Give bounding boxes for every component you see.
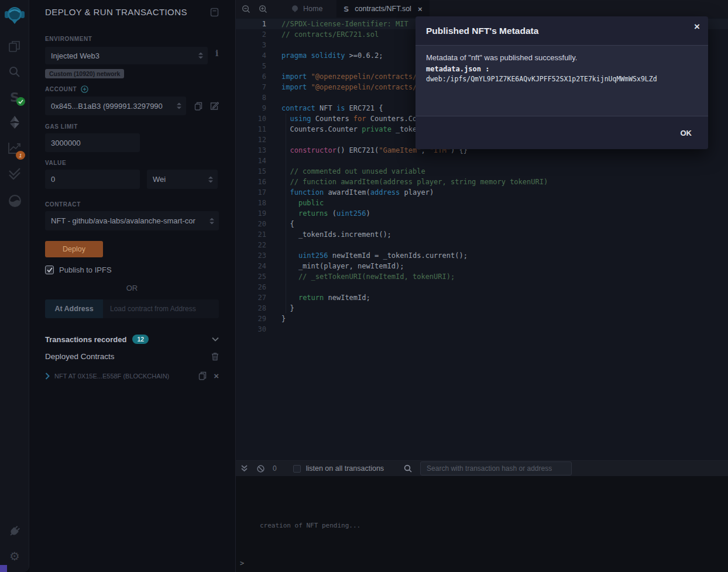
gas-limit-input[interactable] — [45, 133, 140, 152]
listen-transactions-checkbox[interactable] — [293, 465, 301, 473]
caret-updown-icon — [177, 103, 181, 109]
sign-message-icon[interactable] — [210, 102, 219, 111]
remix-ide-window: S 1 — [0, 0, 728, 572]
transactions-count-badge: 12 — [132, 335, 149, 344]
remix-logo-icon[interactable] — [0, 4, 29, 26]
close-tab-icon[interactable]: × — [418, 5, 423, 13]
settings-icon[interactable]: ⚙ — [0, 550, 29, 563]
gas-limit-label: GAS LIMIT — [45, 123, 219, 130]
tab-home[interactable]: Home — [284, 0, 329, 18]
ok-button[interactable]: OK — [681, 129, 692, 137]
code-line: 17 function awardItem(address player) — [236, 187, 728, 198]
environment-select[interactable]: Injected Web3 — [45, 47, 208, 64]
code-line: 19 returns (uint256) — [236, 208, 728, 219]
search-icon[interactable] — [0, 66, 29, 78]
chevron-down-icon[interactable] — [212, 337, 219, 342]
code-line: 30 — [236, 324, 728, 335]
chevron-right-icon[interactable] — [45, 373, 50, 380]
add-account-icon[interactable] — [81, 85, 88, 93]
plugin-manager-icon[interactable] — [0, 524, 29, 537]
or-label: OR — [45, 284, 219, 292]
listen-transactions-label: listen on all transactions — [306, 464, 384, 473]
environment-info-icon[interactable]: i — [215, 49, 218, 58]
contract-select[interactable]: NFT - github/ava-labs/avalanche-smart-co… — [45, 211, 219, 230]
caret-updown-icon — [208, 176, 213, 182]
deploy-button[interactable]: Deploy — [45, 241, 103, 257]
environment-label: ENVIRONMENT — [45, 36, 219, 42]
modal-footer: OK — [415, 116, 708, 149]
modal-title: Published NFT's Metadata — [426, 26, 538, 36]
deploy-run-panel: DEPLOY & RUN TRANSACTIONS ENVIRONMENT In… — [29, 0, 236, 572]
value-unit-select[interactable]: Wei — [147, 170, 218, 189]
compiler-success-badge — [16, 97, 25, 106]
deployed-contract-label: NFT AT 0X15E...E558F (BLOCKCHAIN) — [54, 373, 198, 380]
published-metadata-modal: Published NFT's Metadata × Metadata of "… — [415, 16, 708, 149]
terminal-toolbar: 0 listen on all transactions — [236, 461, 728, 476]
at-address-input[interactable] — [103, 299, 219, 318]
svg-text:S: S — [344, 5, 349, 13]
file-explorer-icon[interactable] — [0, 40, 29, 53]
collapse-terminal-icon[interactable] — [241, 465, 248, 472]
caret-updown-icon — [210, 218, 214, 224]
zoom-out-icon[interactable] — [242, 5, 250, 13]
code-line: 21 _tokenIds.increment(); — [236, 229, 728, 240]
remove-contract-icon[interactable]: × — [214, 373, 219, 380]
at-address-button[interactable]: At Address — [45, 299, 103, 318]
home-tab-icon — [291, 5, 299, 13]
metadata-uri: dweb:/ipfs/QmYL9P1Z7KE6AQvKJPFF52SX1p2TE… — [426, 75, 698, 83]
account-label: ACCOUNT — [45, 86, 77, 92]
copy-account-icon[interactable] — [194, 102, 202, 111]
terminal-search-icon — [404, 464, 412, 473]
modal-body: Metadata of "nft" was published successf… — [415, 46, 708, 116]
analysis-count-badge: 1 — [16, 151, 25, 160]
unit-testing-icon[interactable] — [0, 168, 29, 180]
metadata-file-label: metadata.json : — [426, 65, 698, 73]
modal-header: Published NFT's Metadata × — [415, 16, 708, 46]
code-line: 16 // function awardItem(address player,… — [236, 177, 728, 187]
icon-rail: S 1 — [0, 0, 29, 572]
code-line: 20 { — [236, 219, 728, 229]
clear-console-icon[interactable] — [257, 465, 265, 473]
deployed-contract-row[interactable]: NFT AT 0X15E...E558F (BLOCKCHAIN) × — [45, 371, 219, 380]
code-line: 15 // commented out unused variable — [236, 166, 728, 177]
solidity-file-icon: S — [344, 5, 351, 13]
indent-guide — [286, 113, 286, 313]
rail-corner-accent — [0, 565, 7, 572]
terminal-log-line: creation of NFT pending... — [260, 522, 360, 529]
debugger-icon[interactable] — [0, 194, 29, 208]
page-title: DEPLOY & RUN TRANSACTIONS — [45, 7, 187, 17]
code-line: 23 uint256 newItemId = _tokenIds.current… — [236, 250, 728, 261]
copy-contract-icon[interactable] — [198, 371, 207, 380]
network-badge: Custom (10920) network — [45, 69, 124, 78]
value-label: VALUE — [45, 160, 219, 166]
terminal: 0 listen on all transactions creation of… — [236, 460, 728, 572]
transactions-recorded-label: Transactions recorded — [45, 335, 126, 344]
modal-message: Metadata of "nft" was published successf… — [426, 53, 698, 62]
terminal-search-input[interactable] — [420, 461, 572, 475]
deployed-contracts-label: Deployed Contracts — [45, 352, 115, 361]
terminal-output[interactable]: creation of NFT pending... > — [236, 476, 728, 572]
caret-updown-icon — [198, 53, 203, 59]
value-input[interactable] — [45, 170, 140, 189]
code-line: 14 — [236, 156, 728, 166]
code-line: 18 public — [236, 198, 728, 208]
code-line: 24 _mint(player, newItemId); — [236, 261, 728, 271]
pending-tx-count: 0 — [273, 464, 277, 473]
code-line: 29} — [236, 313, 728, 324]
publish-ipfs-label: Publish to IPFS — [59, 266, 112, 274]
account-select[interactable]: 0x845...B1aB3 (999991.3297990 — [45, 97, 186, 115]
modal-close-icon[interactable]: × — [694, 21, 700, 33]
analysis-icon[interactable] — [0, 142, 29, 154]
deploy-run-icon[interactable] — [0, 115, 29, 129]
terminal-prompt: > — [240, 559, 244, 567]
code-line: 25 // _setTokenURI(newItemId, tokenURI); — [236, 271, 728, 282]
trash-icon[interactable] — [211, 352, 219, 361]
docs-icon[interactable] — [210, 8, 219, 17]
code-line: 28 } — [236, 303, 728, 313]
contract-label: CONTRACT — [45, 201, 219, 208]
zoom-in-icon[interactable] — [259, 5, 267, 13]
publish-ipfs-checkbox[interactable] — [45, 266, 54, 274]
code-line: 26 — [236, 282, 728, 292]
tab-nft-sol[interactable]: S contracts/NFT.sol × — [336, 0, 429, 18]
editor-tabbar: Home S contracts/NFT.sol × — [236, 0, 728, 18]
